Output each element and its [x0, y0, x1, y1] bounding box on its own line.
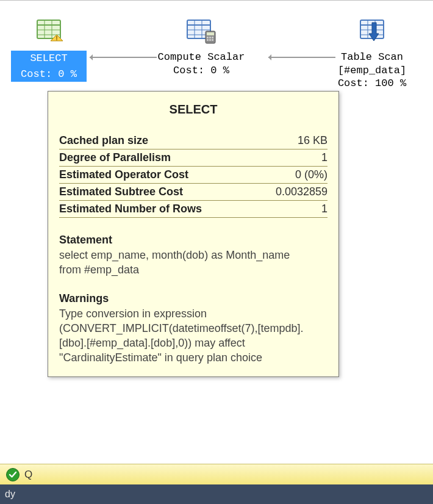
compute-label: Compute Scalar	[140, 51, 262, 63]
footer-bar: dy	[0, 484, 433, 504]
svg-rect-21	[212, 39, 213, 41]
select-cost: Cost: 0 %	[11, 67, 87, 82]
svg-rect-17	[209, 37, 211, 38]
plan-node-table-scan[interactable]: Table Scan [#emp_data] Cost: 100 %	[320, 16, 424, 90]
property-name: Estimated Subtree Cost	[59, 184, 256, 201]
property-value: 1	[256, 149, 327, 167]
operator-tooltip: SELECT Cached plan size16 KBDegree of Pa…	[48, 91, 339, 377]
svg-text:!: !	[55, 35, 59, 42]
table-scan-icon	[358, 16, 386, 48]
warnings-heading: Warnings	[59, 292, 327, 305]
property-value: 16 KB	[256, 132, 327, 149]
status-bar: Q	[0, 464, 433, 484]
scan-object: [#emp_data]	[320, 64, 424, 77]
compute-cost: Cost: 0 %	[140, 64, 262, 77]
svg-rect-16	[207, 37, 209, 38]
property-name: Cached plan size	[59, 132, 256, 149]
svg-rect-15	[207, 32, 214, 35]
plan-node-compute-scalar[interactable]: Compute Scalar Cost: 0 %	[140, 16, 262, 77]
status-text: Q	[24, 469, 32, 481]
footer-text: dy	[5, 489, 15, 500]
scan-cost: Cost: 100 %	[320, 77, 424, 90]
property-value: 1	[256, 201, 327, 218]
success-icon	[6, 468, 20, 481]
svg-rect-18	[212, 37, 213, 38]
select-icon: !	[35, 16, 63, 48]
execution-plan-canvas[interactable]: ! SELECT Cost: 0 %	[0, 1, 433, 504]
tooltip-title: SELECT	[59, 103, 327, 117]
property-name: Estimated Operator Cost	[59, 167, 256, 184]
property-name: Estimated Number of Rows	[59, 201, 256, 218]
warnings-text: Type conversion in expression (CONVERT_I…	[59, 306, 327, 365]
svg-rect-20	[209, 39, 211, 41]
statement-text: select emp_name, month(dob) as Month_nam…	[59, 248, 327, 278]
tooltip-property-row: Estimated Number of Rows1	[59, 201, 327, 218]
scan-label: Table Scan	[320, 51, 424, 63]
select-label: SELECT	[11, 51, 87, 66]
property-value: 0.0032859	[256, 184, 327, 201]
tooltip-property-row: Estimated Operator Cost0 (0%)	[59, 167, 327, 184]
compute-scalar-icon	[186, 16, 216, 48]
property-value: 0 (0%)	[256, 167, 327, 184]
tooltip-property-row: Estimated Subtree Cost0.0032859	[59, 184, 327, 201]
statement-heading: Statement	[59, 234, 327, 247]
plan-node-select[interactable]: ! SELECT Cost: 0 %	[11, 16, 87, 82]
property-name: Degree of Parallelism	[59, 149, 256, 167]
svg-rect-19	[207, 39, 209, 41]
tooltip-properties-table: Cached plan size16 KBDegree of Paralleli…	[59, 132, 327, 218]
tooltip-property-row: Degree of Parallelism1	[59, 149, 327, 167]
tooltip-property-row: Cached plan size16 KB	[59, 132, 327, 149]
